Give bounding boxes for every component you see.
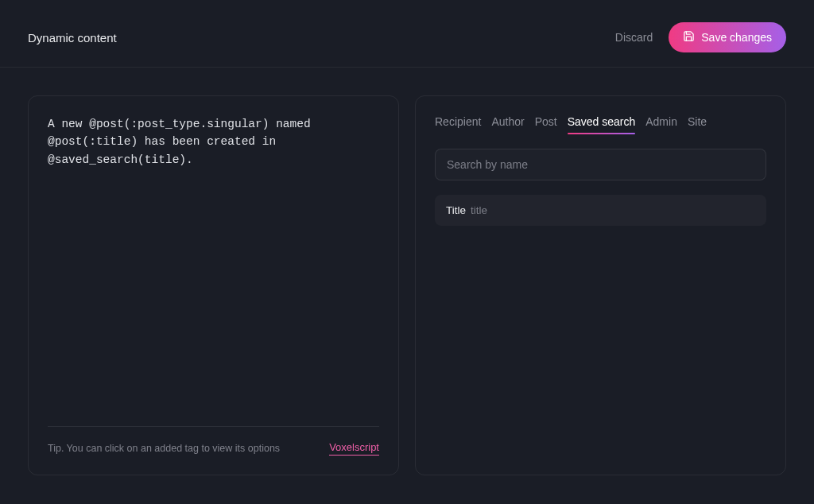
voxelscript-link[interactable]: Voxelscript (329, 441, 379, 456)
editor-footer: Tip. You can click on an added tag to vi… (48, 426, 379, 456)
search-input[interactable] (435, 149, 766, 180)
tag-item-title[interactable]: Title title (435, 195, 766, 226)
tag-name: Title (446, 204, 466, 216)
tab-site[interactable]: Site (688, 115, 707, 134)
tab-saved-search[interactable]: Saved search (568, 115, 636, 134)
code-editor[interactable]: A new @post(:post_type.singular) named @… (48, 115, 379, 418)
page-title: Dynamic content (28, 31, 117, 45)
tab-recipient[interactable]: Recipient (435, 115, 481, 134)
save-icon (683, 30, 695, 45)
tab-admin[interactable]: Admin (645, 115, 677, 134)
discard-button[interactable]: Discard (615, 31, 653, 44)
header: Dynamic content Discard Save changes (0, 0, 814, 68)
save-changes-button[interactable]: Save changes (669, 22, 786, 52)
header-actions: Discard Save changes (615, 22, 786, 52)
save-button-label: Save changes (701, 31, 772, 44)
tab-author[interactable]: Author (491, 115, 524, 134)
tabs: Recipient Author Post Saved search Admin… (435, 115, 766, 134)
content: A new @post(:post_type.singular) named @… (0, 68, 814, 503)
tags-panel: Recipient Author Post Saved search Admin… (415, 95, 786, 475)
tag-slug: title (471, 204, 487, 216)
tab-post[interactable]: Post (535, 115, 557, 134)
editor-panel: A new @post(:post_type.singular) named @… (28, 95, 399, 475)
tip-text: Tip. You can click on an added tag to vi… (48, 443, 280, 454)
